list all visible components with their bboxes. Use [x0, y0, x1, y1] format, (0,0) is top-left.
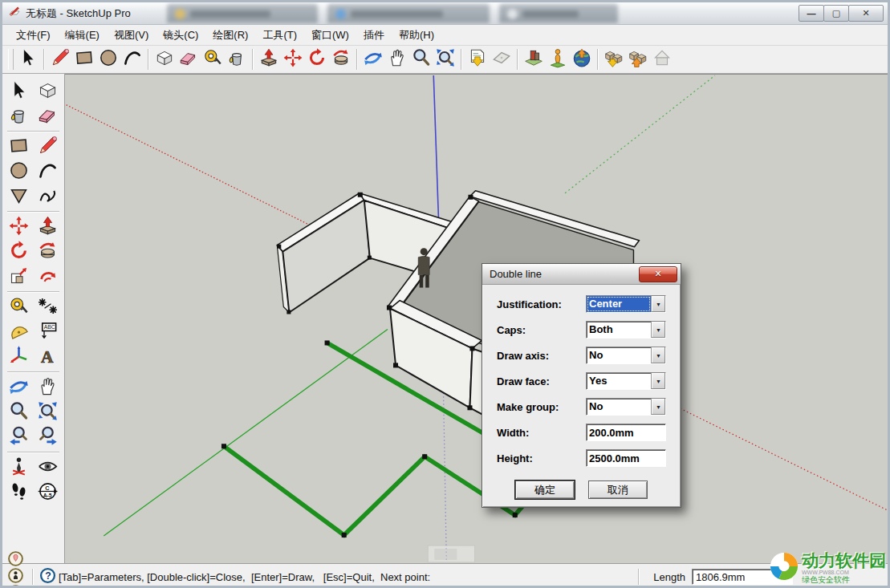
- toolbar-line-button[interactable]: [48, 47, 72, 71]
- palette-freehand-button[interactable]: [35, 185, 61, 209]
- status-google-status-button[interactable]: G: [7, 586, 24, 588]
- toolbar-follow-me-button[interactable]: [329, 47, 353, 71]
- palette-follow-me-button[interactable]: [35, 240, 61, 264]
- dialog-title-bar[interactable]: Double line ✕: [482, 264, 681, 285]
- menu-item-6[interactable]: 工具(T): [255, 26, 304, 45]
- palette-protractor-button[interactable]: [6, 320, 32, 344]
- width-input[interactable]: [586, 424, 666, 441]
- toolbar-toggle-terrain-button[interactable]: [546, 47, 570, 71]
- menu-item-2[interactable]: 编辑(E): [58, 26, 107, 45]
- toolbar-share-component-disabled-button[interactable]: [650, 47, 674, 71]
- make-group-select[interactable]: No▼: [586, 398, 666, 416]
- toolbar-zoom-button[interactable]: [409, 47, 433, 71]
- palette-3d-text-button[interactable]: A: [35, 345, 61, 369]
- dialog-close-button[interactable]: ✕: [639, 266, 677, 282]
- toolbar-select-button[interactable]: [16, 47, 40, 71]
- offset-icon: [37, 265, 59, 290]
- menu-item-4[interactable]: 镜头(C): [156, 26, 205, 45]
- dropdown-arrow-icon[interactable]: ▼: [651, 399, 665, 415]
- palette-dimension-button[interactable]: [35, 295, 61, 319]
- toolbar-section-plane-disabled-button[interactable]: [490, 47, 514, 71]
- palette-axes-button[interactable]: [6, 345, 32, 369]
- close-button[interactable]: ✕: [848, 5, 884, 22]
- toolbar-circle-button[interactable]: [96, 47, 120, 71]
- toolbar-share-models-button[interactable]: [626, 47, 650, 71]
- cancel-button[interactable]: 取消: [588, 481, 648, 499]
- toolbar-orbit-button[interactable]: [361, 47, 385, 71]
- palette-zoom-button[interactable]: [6, 400, 32, 424]
- menu-item-1[interactable]: 文件(F): [9, 26, 58, 45]
- toolbar-eraser-button[interactable]: [177, 47, 201, 71]
- menu-item-7[interactable]: 窗口(W): [304, 26, 356, 45]
- palette-move-button[interactable]: [6, 215, 32, 239]
- palette-look-around-button[interactable]: [35, 456, 61, 480]
- toolbar-google-earth-button[interactable]: [570, 47, 594, 71]
- background-window-tab[interactable]: [167, 4, 318, 23]
- toolbar-get-models-button[interactable]: [602, 47, 626, 71]
- palette-zoom-previous-button[interactable]: [6, 425, 32, 449]
- ok-button[interactable]: 确定: [515, 481, 575, 499]
- toolbar-add-location-button[interactable]: [522, 47, 546, 71]
- palette-zoom-extents-button[interactable]: [35, 400, 61, 424]
- palette-arc-button[interactable]: [35, 160, 61, 184]
- status-model-credit-button[interactable]: [7, 569, 24, 586]
- background-window-tab[interactable]: [499, 4, 618, 23]
- palette-scale-button[interactable]: [6, 265, 32, 289]
- menu-item-8[interactable]: 插件: [356, 26, 392, 45]
- palette-tape-measure-button[interactable]: [6, 295, 32, 319]
- palette-orbit-button[interactable]: [6, 375, 32, 399]
- maximize-button[interactable]: ▢: [823, 5, 849, 22]
- palette-make-component-button[interactable]: [35, 79, 61, 103]
- caps-select[interactable]: Both▼: [586, 321, 666, 339]
- palette-walk-button[interactable]: [6, 481, 32, 505]
- palette-pan-button[interactable]: [35, 375, 61, 399]
- 3d-viewport-canvas[interactable]: [65, 75, 888, 563]
- palette-section-plane-button[interactable]: CA-5: [35, 481, 61, 505]
- menu-item-9[interactable]: 帮助(H): [392, 26, 441, 45]
- toolbar-pan-button[interactable]: [385, 47, 409, 71]
- palette-position-camera-button[interactable]: [6, 456, 32, 480]
- toolbar-rotate-button[interactable]: [305, 47, 329, 71]
- toolbar-rectangle-button[interactable]: [72, 47, 96, 71]
- palette-circle-button[interactable]: [6, 160, 32, 184]
- palette-rectangle-button[interactable]: [6, 135, 32, 159]
- dropdown-arrow-icon[interactable]: ▼: [651, 296, 665, 312]
- draw-face-select[interactable]: Yes▼: [586, 372, 666, 390]
- dropdown-arrow-icon[interactable]: ▼: [651, 373, 665, 389]
- palette-polygon-button[interactable]: [6, 185, 32, 209]
- toolbar-zoom-extents-button[interactable]: [433, 47, 457, 71]
- double-line-dialog[interactable]: Double line ✕ Justification:Center▼Caps:…: [482, 263, 681, 508]
- justification-select[interactable]: Center▼: [586, 295, 666, 313]
- palette-select-button[interactable]: [6, 79, 32, 103]
- palette-offset-button[interactable]: [35, 265, 61, 289]
- palette-push-pull-button[interactable]: [35, 215, 61, 239]
- dropdown-arrow-icon[interactable]: ▼: [651, 322, 665, 338]
- palette-line-button[interactable]: [35, 135, 61, 159]
- background-window-tab[interactable]: [327, 4, 490, 23]
- toolbar-tape-measure-button[interactable]: [201, 47, 225, 71]
- height-input[interactable]: [586, 449, 666, 467]
- pan-icon: [37, 375, 59, 400]
- toolbar-paint-bucket-button[interactable]: [225, 47, 249, 71]
- toolbar-push-pull-button[interactable]: [257, 47, 281, 71]
- status-help-button[interactable]: ?: [39, 569, 56, 586]
- palette-text-button[interactable]: ABC: [35, 320, 61, 344]
- menu-item-3[interactable]: 视图(V): [107, 26, 156, 45]
- 3d-viewport[interactable]: [65, 74, 888, 563]
- minimize-button[interactable]: —: [799, 5, 824, 22]
- toolbar-export-image-button[interactable]: [465, 47, 490, 71]
- palette-paint-bucket-button[interactable]: [6, 104, 32, 128]
- status-geo-location-button[interactable]: [7, 552, 24, 569]
- palette-eraser-button[interactable]: [35, 104, 61, 128]
- palette-rotate-button[interactable]: [6, 240, 32, 264]
- toolbar-grip[interactable]: [8, 49, 14, 70]
- toolbar-make-component-button[interactable]: [152, 47, 177, 71]
- toolbar-move-button[interactable]: [281, 47, 305, 71]
- dropdown-arrow-icon[interactable]: ▼: [651, 347, 665, 363]
- title-bar[interactable]: 无标题 - SketchUp Pro — ▢ ✕: [2, 2, 888, 25]
- toolbar-arc-button[interactable]: [120, 47, 144, 71]
- draw-axis-select[interactable]: No▼: [586, 347, 666, 364]
- palette-zoom-next-button[interactable]: [35, 425, 61, 449]
- menu-item-5[interactable]: 绘图(R): [205, 26, 255, 45]
- polygon-icon: [8, 185, 30, 209]
